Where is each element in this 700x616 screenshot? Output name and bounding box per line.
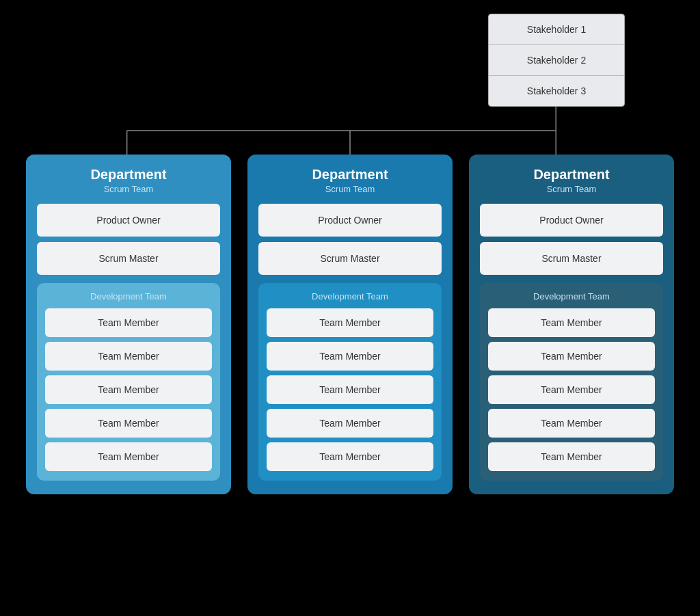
dept-1-product-owner: Product Owner: [37, 204, 220, 237]
dept-1-member-1: Team Member: [45, 308, 212, 337]
dept-1-subtitle: Scrum Team: [104, 184, 154, 194]
dept-1-dev-team: Development Team Team Member Team Member…: [37, 283, 220, 481]
department-card-3: Department Scrum Team Product Owner Scru…: [469, 155, 674, 494]
dept-3-member-5: Team Member: [488, 442, 655, 471]
dept-3-member-4: Team Member: [488, 409, 655, 438]
dept-3-member-3: Team Member: [488, 375, 655, 404]
stakeholder-group: Stakeholder 1 Stakeholder 2 Stakeholder …: [488, 14, 625, 107]
dept-2-member-5: Team Member: [267, 442, 433, 471]
stakeholder-2: Stakeholder 2: [489, 45, 624, 76]
dept-3-member-2: Team Member: [488, 342, 655, 371]
dept-1-member-4: Team Member: [45, 409, 212, 438]
stakeholder-3: Stakeholder 3: [489, 76, 624, 106]
dept-2-member-2: Team Member: [267, 342, 433, 371]
dept-2-scrum-master: Scrum Master: [258, 242, 442, 275]
dept-1-title: Department: [90, 167, 166, 183]
connector-lines: [21, 107, 679, 155]
dept-2-dev-team-label: Development Team: [312, 291, 388, 302]
dept-3-dev-team-label: Development Team: [533, 291, 610, 302]
diagram-container: Stakeholder 1 Stakeholder 2 Stakeholder …: [0, 0, 700, 616]
dept-3-member-1: Team Member: [488, 308, 655, 337]
dept-3-subtitle: Scrum Team: [547, 184, 597, 194]
dept-2-product-owner: Product Owner: [258, 204, 442, 237]
dept-3-dev-team: Development Team Team Member Team Member…: [480, 283, 663, 481]
dept-2-member-1: Team Member: [267, 308, 433, 337]
dept-2-member-4: Team Member: [267, 409, 433, 438]
dept-3-scrum-master: Scrum Master: [480, 242, 663, 275]
dept-2-title: Department: [312, 167, 388, 183]
dept-3-title: Department: [533, 167, 609, 183]
dept-1-member-3: Team Member: [45, 375, 212, 404]
department-card-2: Department Scrum Team Product Owner Scru…: [247, 155, 453, 494]
dept-1-dev-team-label: Development Team: [90, 291, 167, 302]
dept-3-product-owner: Product Owner: [480, 204, 663, 237]
dept-2-dev-team: Development Team Team Member Team Member…: [258, 283, 442, 481]
dept-1-member-5: Team Member: [45, 442, 212, 471]
dept-1-member-2: Team Member: [45, 342, 212, 371]
dept-1-scrum-master: Scrum Master: [37, 242, 220, 275]
dept-2-member-3: Team Member: [267, 375, 433, 404]
department-card-1: Department Scrum Team Product Owner Scru…: [26, 155, 231, 494]
dept-2-subtitle: Scrum Team: [325, 184, 375, 194]
departments-row: Department Scrum Team Product Owner Scru…: [21, 155, 679, 494]
stakeholder-1: Stakeholder 1: [489, 14, 624, 45]
